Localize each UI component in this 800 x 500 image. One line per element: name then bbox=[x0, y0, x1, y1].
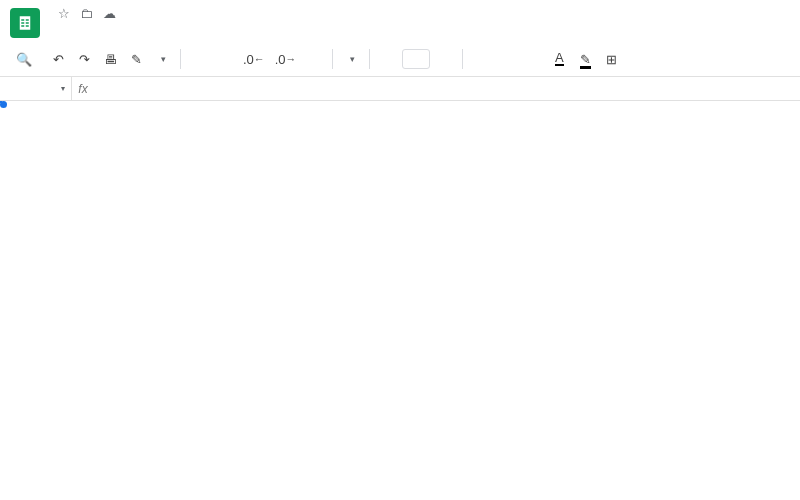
decrease-decimal-button[interactable]: .0← bbox=[239, 46, 269, 72]
font-select[interactable] bbox=[339, 46, 363, 72]
currency-button[interactable] bbox=[187, 46, 211, 72]
italic-button[interactable] bbox=[495, 46, 519, 72]
fx-icon: fx bbox=[72, 82, 94, 96]
number-format-button[interactable] bbox=[302, 46, 326, 72]
print-icon[interactable]: 🖶 bbox=[98, 46, 122, 72]
text-color-button[interactable]: A bbox=[547, 46, 571, 72]
selection-rectangle bbox=[0, 101, 2, 103]
menu-data[interactable] bbox=[138, 23, 150, 29]
fontsize-input[interactable] bbox=[402, 49, 430, 69]
formula-bar[interactable] bbox=[94, 77, 800, 100]
sheets-logo bbox=[10, 8, 40, 38]
undo-icon[interactable]: ↶ bbox=[46, 46, 70, 72]
name-box[interactable] bbox=[0, 77, 72, 100]
menu-view[interactable] bbox=[84, 23, 96, 29]
menubar bbox=[48, 23, 790, 29]
borders-button[interactable]: ⊞ bbox=[599, 46, 623, 72]
bold-button[interactable] bbox=[469, 46, 493, 72]
star-icon[interactable]: ☆ bbox=[58, 6, 70, 21]
move-icon[interactable]: 🗀 bbox=[80, 6, 93, 21]
menu-format[interactable] bbox=[120, 23, 132, 29]
zoom-select[interactable] bbox=[150, 46, 174, 72]
menu-extensions[interactable] bbox=[174, 23, 186, 29]
menu-file[interactable] bbox=[48, 23, 60, 29]
paint-format-icon[interactable]: ✎ bbox=[124, 46, 148, 72]
menu-insert[interactable] bbox=[102, 23, 114, 29]
strike-button[interactable] bbox=[521, 46, 545, 72]
increase-decimal-button[interactable]: .0→ bbox=[271, 46, 301, 72]
menu-tools[interactable] bbox=[156, 23, 168, 29]
redo-icon[interactable]: ↷ bbox=[72, 46, 96, 72]
search-icon: 🔍 bbox=[16, 52, 32, 67]
selection-handle[interactable] bbox=[0, 101, 7, 108]
percent-button[interactable] bbox=[213, 46, 237, 72]
fill-color-button[interactable]: ✎ bbox=[573, 46, 597, 72]
menu-help[interactable] bbox=[192, 23, 204, 29]
fontsize-increase[interactable] bbox=[432, 46, 456, 72]
toolbar: 🔍 ↶ ↷ 🖶 ✎ .0← .0→ A ✎ ⊞ bbox=[0, 42, 800, 77]
menu-search[interactable]: 🔍 bbox=[8, 50, 44, 69]
menu-edit[interactable] bbox=[66, 23, 78, 29]
cloud-icon[interactable]: ☁ bbox=[103, 6, 116, 21]
fontsize-decrease[interactable] bbox=[376, 46, 400, 72]
